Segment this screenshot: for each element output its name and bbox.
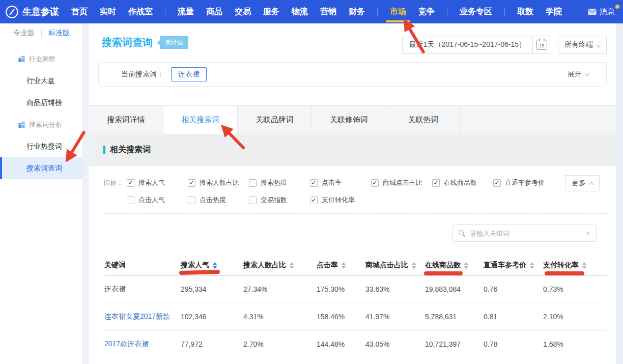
value-cell: 158.46% xyxy=(317,303,365,330)
building-icon xyxy=(18,121,25,128)
sort-icon[interactable] xyxy=(213,262,217,269)
sidebar-item[interactable]: 行业热搜词 xyxy=(0,135,82,157)
brand[interactable]: 生意参谋 xyxy=(5,5,59,19)
sort-icon[interactable] xyxy=(290,262,294,269)
sort-icon[interactable] xyxy=(342,262,346,269)
checkbox-icon: ✓ xyxy=(188,179,195,187)
nav-divider xyxy=(504,8,505,16)
nav-item[interactable]: 流量 xyxy=(178,0,194,23)
metric-checkbox[interactable]: 交易指数 xyxy=(249,195,310,205)
value-cell: 144.48% xyxy=(317,330,365,358)
tab[interactable]: 搜索词详情 xyxy=(89,106,163,133)
value-cell: 19,883,084 xyxy=(425,275,484,303)
nav-item[interactable]: 商品 xyxy=(206,0,222,23)
column-label: 关键词 xyxy=(104,261,126,269)
tab[interactable]: 关联热词 xyxy=(386,106,461,133)
nav-item[interactable]: 市场 xyxy=(390,0,406,23)
sidebar-item[interactable]: 商品店铺榜 xyxy=(0,92,82,114)
terminal-filter-dropdown[interactable]: 所有终端 xyxy=(558,36,607,54)
nav-item[interactable]: 业务专区 xyxy=(460,0,492,23)
checkbox-icon: ✓ xyxy=(432,179,440,187)
dashed-divider xyxy=(103,213,607,214)
tab-filler xyxy=(461,106,616,133)
nav-item[interactable]: 学院 xyxy=(546,0,562,23)
metric-checkbox[interactable]: ✓支付转化率 xyxy=(310,195,371,205)
sidebar-section: 行业洞察 xyxy=(0,48,82,70)
more-button[interactable]: 更多 xyxy=(565,175,600,191)
notification-dot xyxy=(615,5,619,9)
title-accent-bar xyxy=(103,146,105,154)
sort-icon[interactable] xyxy=(412,262,416,269)
nav-item[interactable]: 作战室 xyxy=(128,0,153,23)
checkbox-icon xyxy=(127,197,134,204)
nav-item[interactable]: 营销 xyxy=(320,0,336,23)
keyword-cell[interactable]: 连衣裙女夏2017新款 xyxy=(104,303,181,330)
column-label: 直通车参考价 xyxy=(484,261,526,269)
column-header[interactable]: 在线商品数 xyxy=(425,255,484,275)
metric-checkbox[interactable]: 搜索热度 xyxy=(249,178,310,187)
top-navbar: 生意参谋 首页实时作战室流量商品交易服务物流营销财务市场竞争业务专区取数学院 消… xyxy=(0,0,623,23)
nav-item[interactable]: 财务 xyxy=(349,0,365,23)
expand-toggle[interactable]: 展开 xyxy=(568,70,589,79)
nav-item[interactable]: 取数 xyxy=(517,0,533,23)
version-tabs: 专业版 标准版 xyxy=(0,23,82,43)
sort-icon[interactable] xyxy=(582,262,586,269)
related-keywords-table: 关键词搜索人气搜索人数占比点击率商城点击占比在线商品数直通车参考价支付转化率 连… xyxy=(104,255,607,358)
nav-divider xyxy=(447,8,447,16)
column-header[interactable]: 搜索人数占比 xyxy=(243,255,317,275)
column-header[interactable]: 搜索人气 xyxy=(181,255,243,275)
metric-checkbox[interactable]: ✓搜索人气 xyxy=(127,178,188,187)
building-icon xyxy=(18,55,25,62)
column-header[interactable]: 点击率 xyxy=(317,255,365,275)
column-label: 在线商品数 xyxy=(425,261,461,269)
value-cell: 77,972 xyxy=(181,330,243,358)
sidebar: 专业版 标准版 行业洞察行业大盘商品店铺榜搜索词分析行业热搜词搜索词查询 xyxy=(0,23,83,364)
chevron-down-icon xyxy=(585,71,590,76)
metric-checkbox[interactable]: 点击人气 xyxy=(127,195,188,205)
keyword-tag[interactable]: 连衣裙 xyxy=(171,67,207,81)
nav-item[interactable]: 服务 xyxy=(263,0,279,23)
column-header[interactable]: 直通车参考价 xyxy=(484,255,543,275)
expand-label: 展开 xyxy=(568,70,582,78)
metric-checkbox[interactable]: ✓在线商品数 xyxy=(432,178,493,187)
nav-item[interactable]: 竞争 xyxy=(418,0,435,23)
message-button[interactable]: 消息 xyxy=(588,7,615,17)
tab[interactable]: 关联品牌词 xyxy=(238,106,312,133)
nav-item[interactable]: 交易 xyxy=(235,0,251,23)
section-title-text: 相关搜索词 xyxy=(110,145,151,155)
clear-input-icon[interactable]: × xyxy=(586,230,590,237)
metric-checkbox[interactable]: ✓直通车参考价 xyxy=(493,178,554,187)
table-row: 2017款连衣裙77,9722.70%144.48%43.05%10,721,3… xyxy=(104,330,607,358)
sidebar-item[interactable]: 行业大盘 xyxy=(0,70,82,92)
metric-checkbox[interactable]: ✓点击率 xyxy=(310,178,371,187)
checkbox-icon: ✓ xyxy=(127,179,134,187)
date-range-picker[interactable]: 最近1天（2017-06-15~2017-06-15） 15 xyxy=(402,36,551,54)
keyword-cell[interactable]: 2017款连衣裙 xyxy=(104,330,181,358)
sort-icon[interactable] xyxy=(464,262,468,269)
checkbox-icon xyxy=(188,197,195,204)
nav-menu: 首页实时作战室流量商品交易服务物流营销财务市场竞争业务专区取数学院 xyxy=(71,0,582,23)
metrics-label: 指标： xyxy=(103,178,127,187)
sidebar-item-label: 搜索词查询 xyxy=(26,164,62,173)
left-gutter xyxy=(83,23,89,364)
metric-checkbox[interactable]: ✓商城点击占比 xyxy=(371,178,432,187)
column-header[interactable]: 商城点击占比 xyxy=(365,255,425,275)
table-row: 连衣裙295,33427.34%175.30%33.63%19,883,0840… xyxy=(104,275,607,303)
nav-item[interactable]: 物流 xyxy=(292,0,308,23)
tab-standard-version[interactable]: 标准版 xyxy=(48,29,70,38)
keyword-search-input[interactable] xyxy=(470,230,581,237)
sidebar-item[interactable]: 搜索词查询 xyxy=(0,157,82,179)
tab-strip: 搜索词详情相关搜索词关联品牌词关联修饰词关联热词 xyxy=(89,105,616,133)
sort-icon[interactable] xyxy=(530,262,534,269)
tab[interactable]: 关联修饰词 xyxy=(312,106,386,133)
metric-checkbox[interactable]: ✓搜索人数占比 xyxy=(188,178,249,187)
tab[interactable]: 相关搜索词 xyxy=(163,106,238,134)
nav-item[interactable]: 首页 xyxy=(71,0,88,23)
terminal-filter-value: 所有终端 xyxy=(564,40,593,49)
nav-item[interactable]: 实时 xyxy=(100,0,116,23)
metric-checkbox[interactable]: 点击热度 xyxy=(188,195,249,205)
tab-pro-version[interactable]: 专业版 xyxy=(13,29,35,38)
calendar-button[interactable]: 15 xyxy=(532,36,551,54)
value-cell: 295,334 xyxy=(181,275,243,303)
column-header[interactable]: 支付转化率 xyxy=(543,255,607,275)
